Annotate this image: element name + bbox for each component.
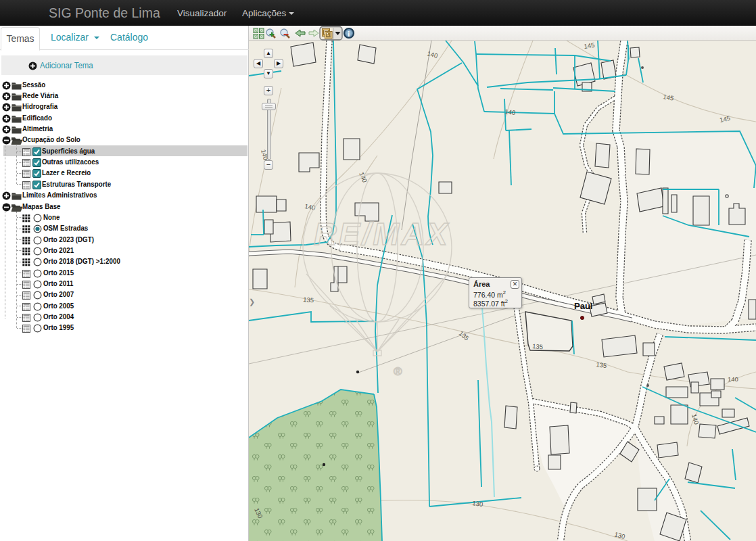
svg-text:135: 135 xyxy=(596,360,607,369)
svg-text:135: 135 xyxy=(532,342,544,350)
svg-text:145: 145 xyxy=(584,41,595,50)
svg-text:135: 135 xyxy=(303,296,314,304)
svg-text:130: 130 xyxy=(472,499,483,508)
svg-text:RE/MAX: RE/MAX xyxy=(314,216,450,252)
svg-text:140: 140 xyxy=(504,108,516,116)
svg-text:®: ® xyxy=(394,365,402,378)
svg-text:Paúl: Paúl xyxy=(574,301,592,311)
svg-text:140: 140 xyxy=(728,375,738,383)
svg-text:i: i xyxy=(348,30,350,38)
